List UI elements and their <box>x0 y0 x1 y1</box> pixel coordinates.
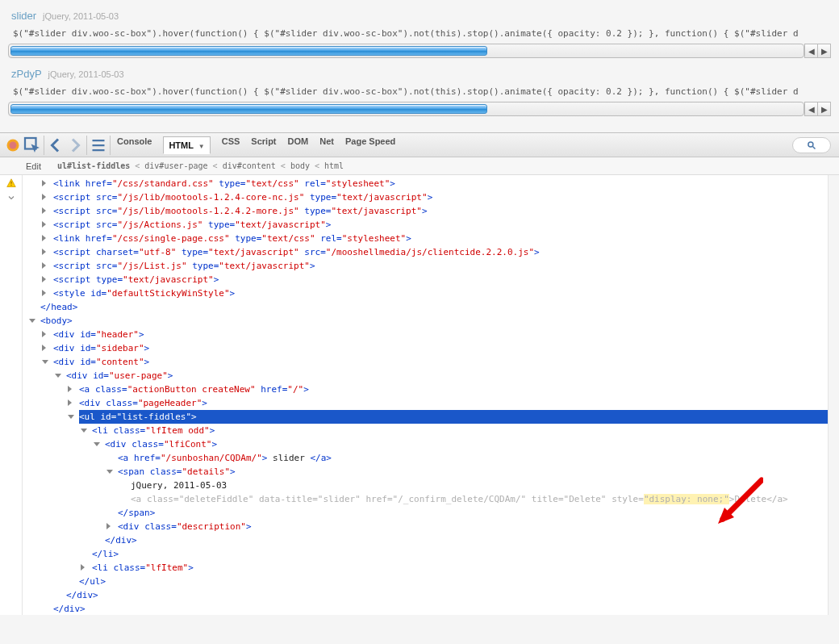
html-tree[interactable]: <link href="/css/standard.css" type="tex… <box>23 175 828 615</box>
tree-node[interactable]: <div id="content"> <box>23 355 828 369</box>
tree-node[interactable]: <li class="lfItem"> <box>23 561 828 575</box>
tree-node[interactable]: <span class="details"> <box>23 465 828 479</box>
tree-node[interactable]: <li class="lfItem odd"> <box>23 424 828 437</box>
tree-node[interactable]: <div class="pageHeader"> <box>23 396 828 410</box>
breadcrumb-item[interactable]: ul#list-fiddles <box>57 161 130 170</box>
tree-node[interactable]: <script src="/js/lib/mootools-1.2.4-core… <box>23 190 828 204</box>
tree-node[interactable]: jQuery, 2011-05-03 <box>23 479 828 492</box>
vertical-scrollbar[interactable] <box>828 175 839 615</box>
tree-node[interactable]: </div> <box>23 588 828 602</box>
tree-node[interactable]: <script src="/js/lib/mootools-1.2.4.2-mo… <box>23 204 828 218</box>
prev-icon[interactable]: ◀ <box>804 102 817 115</box>
tree-node[interactable]: <a class="deleteFiddle" data-title="slid… <box>23 492 828 506</box>
search-input[interactable] <box>792 137 831 153</box>
gutter <box>0 175 23 615</box>
devtools-toolbar: ConsoleHTML ▼CSSScriptDOMNetPage Speed <box>0 133 839 157</box>
tree-node[interactable]: <style id="defaultStickyWinStyle"> <box>23 286 828 300</box>
fiddle-meta: jQuery, 2011-05-03 <box>48 69 124 79</box>
tree-node[interactable]: <div class="lfiCont"> <box>23 437 828 451</box>
page-content: sliderjQuery, 2011-05-03$("#slider div.w… <box>0 0 839 132</box>
tree-node[interactable]: <script src="/js/Actions.js" type="text/… <box>23 218 828 232</box>
edit-button[interactable]: Edit <box>26 161 41 171</box>
tab-css[interactable]: CSS <box>222 136 240 153</box>
devtools-panel: ConsoleHTML ▼CSSScriptDOMNetPage Speed E… <box>0 132 839 615</box>
back-icon[interactable] <box>46 136 65 155</box>
breadcrumb-item[interactable]: body <box>290 161 310 170</box>
tree-node[interactable]: <a href="/sunboshan/CQDAm/"> slider </a> <box>23 451 828 465</box>
tree-node[interactable]: <script charset="utf-8" type="text/javas… <box>23 245 828 259</box>
tab-script[interactable]: Script <box>251 136 276 153</box>
tab-page-speed[interactable]: Page Speed <box>345 136 395 153</box>
tab-console[interactable]: Console <box>117 136 152 153</box>
inspect-icon[interactable] <box>23 136 42 155</box>
tree-node[interactable]: </span> <box>23 506 828 520</box>
tree-node[interactable]: <div id="sidebar"> <box>23 341 828 355</box>
fiddle-title-link[interactable]: zPdyP <box>11 68 42 80</box>
tree-node[interactable]: <div class="description"> <box>23 520 828 533</box>
svg-point-3 <box>808 141 813 146</box>
fiddle-code: $("#slider div.woo-sc-box").hover(functi… <box>8 85 831 102</box>
breadcrumb[interactable]: ul#list-fiddles<div#user-page<div#conten… <box>57 161 344 170</box>
fiddle-item: zPdyPjQuery, 2011-05-03$("#slider div.wo… <box>8 58 831 116</box>
fiddle-meta: jQuery, 2011-05-03 <box>43 11 119 21</box>
tree-node[interactable]: </li> <box>23 547 828 561</box>
breadcrumb-item[interactable]: html <box>324 161 344 170</box>
fiddle-code: $("#slider div.woo-sc-box").hover(functi… <box>8 27 831 44</box>
tree-node[interactable]: <div id="header"> <box>23 328 828 341</box>
tree-node[interactable]: </div> <box>23 533 828 547</box>
tree-node[interactable]: </head> <box>23 300 828 314</box>
progress-track[interactable] <box>8 102 804 116</box>
svg-point-1 <box>10 141 17 148</box>
tree-node[interactable]: <script type="text/javascript"> <box>23 273 828 286</box>
tree-node[interactable]: <link href="/css/single-page.css" type="… <box>23 232 828 245</box>
breadcrumb-item[interactable]: div#user-page <box>144 161 207 170</box>
collapse-icon[interactable] <box>6 193 16 203</box>
svg-rect-4 <box>10 182 11 184</box>
next-icon[interactable]: ▶ <box>817 44 830 57</box>
tree-node[interactable]: <script src="/js/List.js" type="text/jav… <box>23 259 828 273</box>
tree-node[interactable]: </div> <box>23 602 828 615</box>
tab-net[interactable]: Net <box>319 136 334 153</box>
breadcrumb-item[interactable]: div#content <box>223 161 276 170</box>
search-icon <box>807 140 816 150</box>
list-icon[interactable] <box>89 136 108 155</box>
svg-rect-5 <box>10 185 11 186</box>
firebug-icon[interactable] <box>3 136 23 155</box>
tree-node[interactable]: </ul> <box>23 575 828 588</box>
breadcrumb-bar: Edit ul#list-fiddles<div#user-page<div#c… <box>0 157 839 175</box>
next-icon[interactable]: ▶ <box>817 102 830 115</box>
warning-icon[interactable] <box>6 178 16 188</box>
fiddle-title-link[interactable]: slider <box>11 10 36 22</box>
fiddle-item: sliderjQuery, 2011-05-03$("#slider div.w… <box>8 0 831 58</box>
prev-icon[interactable]: ◀ <box>804 44 817 57</box>
progress-track[interactable] <box>8 44 804 58</box>
tab-dom[interactable]: DOM <box>288 136 309 153</box>
tree-node[interactable]: <ul id="list-fiddles"> <box>23 410 828 424</box>
devtools-tabs: ConsoleHTML ▼CSSScriptDOMNetPage Speed <box>117 136 395 153</box>
forward-icon[interactable] <box>65 136 85 155</box>
tree-node[interactable]: <link href="/css/standard.css" type="tex… <box>23 177 828 190</box>
tab-html[interactable]: HTML ▼ <box>163 136 210 154</box>
tree-node[interactable]: <div id="user-page"> <box>23 369 828 383</box>
tree-node[interactable]: <body> <box>23 314 828 328</box>
tree-node[interactable]: <a class="actionButton createNew" href="… <box>23 383 828 396</box>
